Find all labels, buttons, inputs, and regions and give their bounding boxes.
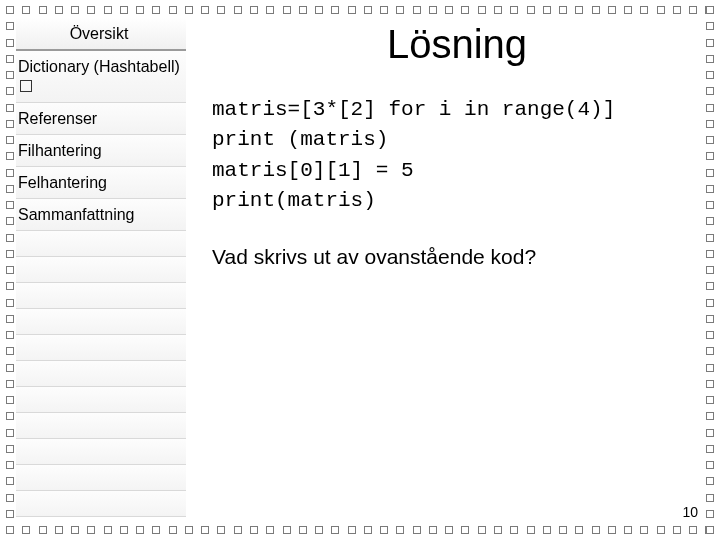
sidebar-item-label: Dictionary (Hashtabell) (18, 58, 180, 75)
sidebar-empty-row (16, 413, 186, 439)
sidebar-empty-row (16, 491, 186, 517)
frame-bottom (6, 526, 714, 534)
code-line: matris[0][1] = 5 (212, 159, 414, 182)
sidebar-empty-row (16, 257, 186, 283)
sidebar-item-oversikt[interactable]: Översikt (16, 18, 186, 51)
sidebar-empty-row (16, 387, 186, 413)
code-block: matris=[3*[2] for i in range(4)] print (… (212, 95, 704, 217)
sidebar-item-label: Filhantering (18, 142, 102, 159)
sidebar-item-label: Översikt (70, 25, 129, 42)
code-line: print (matris) (212, 128, 388, 151)
sidebar: Översikt Dictionary (Hashtabell) Referen… (16, 16, 186, 524)
code-line: matris=[3*[2] for i in range(4)] (212, 98, 615, 121)
sidebar-item-felhantering[interactable]: Felhantering (16, 167, 186, 199)
frame-right (706, 6, 714, 534)
slide-title: Lösning (210, 22, 704, 67)
sidebar-empty-row (16, 309, 186, 335)
sidebar-item-label: Referenser (18, 110, 97, 127)
sidebar-item-label: Sammanfattning (18, 206, 135, 223)
content-area: Översikt Dictionary (Hashtabell) Referen… (16, 16, 704, 524)
frame-top (6, 6, 714, 14)
sidebar-empty-row (16, 283, 186, 309)
placeholder-box-icon (20, 80, 32, 92)
sidebar-item-referenser[interactable]: Referenser (16, 103, 186, 135)
sidebar-item-filhantering[interactable]: Filhantering (16, 135, 186, 167)
slide: Översikt Dictionary (Hashtabell) Referen… (0, 0, 720, 540)
question-text: Vad skrivs ut av ovanstående kod? (212, 245, 704, 269)
sidebar-empty-row (16, 231, 186, 257)
sidebar-empty-row (16, 465, 186, 491)
sidebar-item-dictionary[interactable]: Dictionary (Hashtabell) (16, 51, 186, 102)
code-line: print(matris) (212, 189, 376, 212)
sidebar-empty-row (16, 439, 186, 465)
sidebar-item-sammanfattning[interactable]: Sammanfattning (16, 199, 186, 231)
main-panel: Lösning matris=[3*[2] for i in range(4)]… (186, 16, 704, 524)
sidebar-item-label: Felhantering (18, 174, 107, 191)
sidebar-empty-row (16, 335, 186, 361)
sidebar-empty-row (16, 361, 186, 387)
page-number: 10 (682, 504, 698, 520)
frame-left (6, 6, 14, 534)
